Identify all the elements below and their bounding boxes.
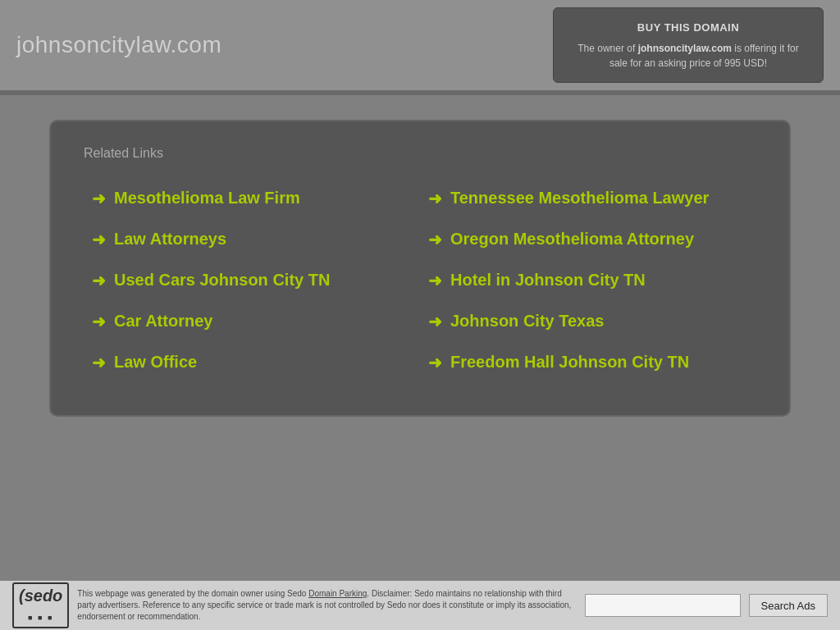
- search-button[interactable]: Search Ads: [749, 594, 829, 617]
- arrow-icon: ➜: [428, 271, 442, 290]
- domain-parking-link[interactable]: Domain Parking: [308, 589, 367, 598]
- link-label: Tennessee Mesothelioma Lawyer: [450, 187, 709, 208]
- related-links-box: Related Links ➜ Mesothelioma Law Firm ➜ …: [49, 120, 791, 417]
- arrow-icon: ➜: [428, 230, 442, 249]
- arrow-icon: ➜: [92, 230, 106, 249]
- footer-disclaimer: This webpage was generated by the domain…: [77, 588, 576, 623]
- link-tennessee-mesothelioma-lawyer[interactable]: ➜ Tennessee Mesothelioma Lawyer: [420, 177, 756, 218]
- link-hotel-johnson-city-tn[interactable]: ➜ Hotel in Johnson City TN: [420, 259, 756, 300]
- buy-domain-title: BUY THIS DOMAIN: [568, 20, 808, 36]
- arrow-icon: ➜: [428, 353, 442, 372]
- link-label: Law Office: [114, 351, 197, 372]
- arrow-icon: ➜: [92, 189, 106, 208]
- link-label: Oregon Mesothelioma Attorney: [450, 228, 694, 249]
- link-freedom-hall-johnson-city-tn[interactable]: ➜ Freedom Hall Johnson City TN: [420, 341, 756, 382]
- link-label: Freedom Hall Johnson City TN: [450, 351, 689, 372]
- related-links-title: Related Links: [84, 146, 756, 161]
- link-mesothelioma-law-firm[interactable]: ➜ Mesothelioma Law Firm: [84, 177, 420, 218]
- sedo-logo-text: (sedo■ ■ ■: [19, 587, 62, 623]
- arrow-icon: ➜: [92, 271, 106, 290]
- link-law-office[interactable]: ➜ Law Office: [84, 341, 420, 382]
- arrow-icon: ➜: [428, 312, 442, 331]
- arrow-icon: ➜: [92, 353, 106, 372]
- link-law-attorneys[interactable]: ➜ Law Attorneys: [84, 218, 420, 259]
- link-johnson-city-texas[interactable]: ➜ Johnson City Texas: [420, 300, 756, 341]
- links-grid: ➜ Mesothelioma Law Firm ➜ Tennessee Meso…: [84, 177, 756, 382]
- buy-domain-name: johnsoncitylaw.com: [638, 43, 732, 54]
- site-title: johnsoncitylaw.com: [16, 32, 221, 58]
- link-used-cars-johnson-city-tn[interactable]: ➜ Used Cars Johnson City TN: [84, 259, 420, 300]
- arrow-icon: ➜: [92, 312, 106, 331]
- buy-domain-body: The owner of johnsoncitylaw.com is offer…: [568, 41, 808, 71]
- main-content: Related Links ➜ Mesothelioma Law Firm ➜ …: [0, 95, 840, 433]
- link-car-attorney[interactable]: ➜ Car Attorney: [84, 300, 420, 341]
- link-label: Mesothelioma Law Firm: [114, 187, 300, 208]
- buy-body-prefix: The owner of: [578, 43, 637, 54]
- header: johnsoncitylaw.com BUY THIS DOMAIN The o…: [0, 0, 840, 90]
- link-label: Hotel in Johnson City TN: [450, 269, 646, 290]
- sedo-logo: (sedo■ ■ ■: [12, 582, 69, 628]
- link-label: Car Attorney: [114, 310, 212, 331]
- footer: (sedo■ ■ ■ This webpage was generated by…: [0, 581, 840, 630]
- link-label: Used Cars Johnson City TN: [114, 269, 330, 290]
- link-label: Johnson City Texas: [450, 310, 604, 331]
- search-input[interactable]: [585, 594, 741, 617]
- buy-domain-box: BUY THIS DOMAIN The owner of johnsoncity…: [553, 7, 824, 83]
- arrow-icon: ➜: [428, 189, 442, 208]
- link-oregon-mesothelioma-attorney[interactable]: ➜ Oregon Mesothelioma Attorney: [420, 218, 756, 259]
- link-label: Law Attorneys: [114, 228, 226, 249]
